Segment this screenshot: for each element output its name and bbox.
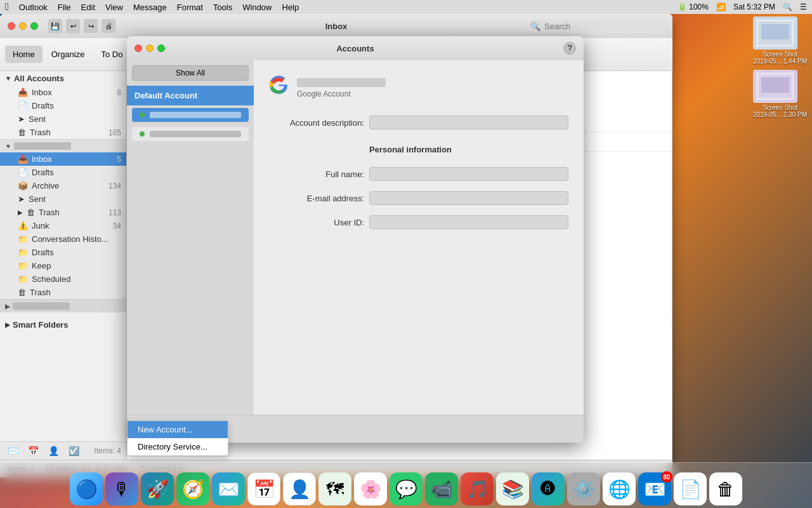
- clock: Sat 5:32 PM: [733, 3, 775, 11]
- sidebar-item-inbox-1[interactable]: 📥 Inbox 8: [0, 86, 126, 99]
- menu-message[interactable]: Message: [133, 3, 167, 12]
- dock-calendar[interactable]: 📅: [247, 472, 280, 505]
- menu-format[interactable]: Format: [177, 3, 203, 12]
- undo-button[interactable]: ↩: [66, 19, 80, 33]
- menu-file[interactable]: File: [58, 3, 71, 12]
- svg-rect-2: [761, 24, 789, 39]
- redo-button[interactable]: ↪: [84, 19, 98, 33]
- full-name-input[interactable]: [369, 167, 568, 181]
- trash-icon-3: 🗑: [18, 288, 26, 297]
- dock-appstore[interactable]: 🅐: [532, 472, 565, 505]
- dropdown-menu: New Account... Directory Service...: [127, 420, 228, 456]
- dock-files[interactable]: 📄: [674, 472, 707, 505]
- sidebar-item-scheduled[interactable]: 📁 Scheduled: [0, 272, 126, 286]
- screenshot-thumb-2[interactable]: Screen Shot2019-05... 2.30 PM: [753, 70, 807, 118]
- dock-messages[interactable]: 💬: [390, 472, 422, 505]
- account-desc-label: Account description:: [269, 118, 364, 128]
- sidebar-item-conv-history[interactable]: 📁 Conversation Histo...: [0, 232, 126, 246]
- google-logo: [269, 76, 289, 100]
- tab-organize[interactable]: Organize: [44, 46, 93, 63]
- dock-contacts[interactable]: 👤: [283, 472, 316, 505]
- close-button[interactable]: [8, 22, 15, 30]
- minimize-button[interactable]: [19, 22, 27, 30]
- menu-item-directory-service[interactable]: Directory Service...: [128, 438, 228, 455]
- help-button[interactable]: ?: [563, 42, 576, 55]
- sidebar-item-sent-1[interactable]: ➤ Sent: [0, 112, 126, 126]
- dock-music[interactable]: 🎵: [461, 472, 494, 505]
- tab-todo[interactable]: To Do: [93, 46, 130, 63]
- desktop: 💾 ↩ ↪ 🖨 Inbox 🔍 Home Organize To Do 📁 Cu…: [0, 14, 812, 508]
- sidebar-item-drafts-1[interactable]: 📄 Drafts: [0, 99, 126, 112]
- menu-window[interactable]: Window: [242, 3, 272, 12]
- sidebar-item-archive[interactable]: 📦 Archive 134: [0, 179, 126, 192]
- dialog-close-btn[interactable]: [134, 44, 142, 52]
- menu-outlook[interactable]: Outlook: [19, 3, 48, 12]
- all-accounts-header[interactable]: ▼ All Accounts: [0, 71, 126, 86]
- sidebar-item-trash-2[interactable]: ▶ 🗑 Trash 113: [0, 206, 126, 219]
- print-button[interactable]: 🖨: [102, 19, 115, 33]
- google-account-header: Google Account: [269, 76, 568, 100]
- account-entry-1-row[interactable]: [132, 108, 249, 122]
- sidebar-item-junk[interactable]: ⚠️ Junk 34: [0, 219, 126, 232]
- menu-tools[interactable]: Tools: [213, 3, 232, 12]
- sent-icon: ➤: [18, 114, 25, 124]
- sent-icon-2: ➤: [18, 194, 25, 204]
- save-button[interactable]: 💾: [48, 19, 62, 33]
- dock-systemprefs[interactable]: ⚙️: [567, 472, 600, 505]
- dock-mail[interactable]: ✉️: [212, 472, 245, 505]
- dock-chrome[interactable]: 🌐: [603, 472, 636, 505]
- maximize-button[interactable]: [30, 22, 38, 30]
- email-input[interactable]: [369, 191, 568, 205]
- sidebar-item-inbox-2[interactable]: 📥 Inbox 5: [0, 152, 126, 166]
- dock-maps[interactable]: 🗺: [318, 472, 351, 505]
- screenshot-thumb-1[interactable]: Screen Shot2019-05... 1.44 PM: [753, 17, 807, 65]
- people-icon-btn[interactable]: 👤: [46, 444, 61, 457]
- dock-facetime[interactable]: 📹: [425, 472, 458, 505]
- accounts-list-panel: Show All Default Account: [127, 60, 254, 415]
- mail-icon-btn[interactable]: ✉️: [5, 444, 20, 457]
- menu-item-new-account[interactable]: New Account...: [128, 421, 228, 438]
- account-name-blur-1: [150, 112, 241, 118]
- dock-photos[interactable]: 🌸: [354, 472, 387, 505]
- account-entry-2-row[interactable]: [132, 127, 249, 141]
- search-input[interactable]: [544, 22, 660, 31]
- sidebar-item-trash-3[interactable]: 🗑 Trash: [0, 286, 126, 299]
- dock-trash[interactable]: 🗑: [709, 472, 742, 505]
- dock-books[interactable]: 📚: [496, 472, 529, 505]
- account-entry-2: [132, 127, 249, 141]
- dock-launchpad[interactable]: 🚀: [141, 472, 174, 505]
- show-all-button[interactable]: Show All: [132, 65, 249, 81]
- full-name-row: Full name:: [269, 167, 568, 181]
- account-details-panel: Google Account Account description: Pers…: [254, 60, 584, 415]
- sidebar-item-drafts-3[interactable]: 📁 Drafts: [0, 246, 126, 259]
- dock-finder[interactable]: 🔵: [70, 472, 103, 505]
- sidebar-item-trash-1[interactable]: 🗑 Trash 165: [0, 126, 126, 139]
- sidebar-item-keep[interactable]: 📁 Keep: [0, 259, 126, 272]
- default-account-header[interactable]: Default Account: [127, 86, 254, 105]
- menu-edit[interactable]: Edit: [81, 3, 95, 12]
- sidebar-item-drafts-2[interactable]: 📄 Drafts: [0, 166, 126, 179]
- smart-folders-header[interactable]: ▶ Smart Folders: [0, 318, 126, 332]
- dock-safari[interactable]: 🧭: [176, 472, 209, 505]
- dialog-maximize-btn[interactable]: [157, 44, 165, 52]
- folder-icon-drafts3: 📁: [18, 248, 28, 257]
- user-id-input[interactable]: [369, 215, 568, 229]
- dialog-body: Show All Default Account: [127, 60, 584, 415]
- spotlight-icon[interactable]: 🔍: [783, 3, 792, 11]
- menu-help[interactable]: Help: [282, 3, 299, 12]
- dialog-minimize-btn[interactable]: [146, 44, 154, 52]
- sidebar-item-sent-2[interactable]: ➤ Sent: [0, 192, 126, 206]
- notification-center-icon[interactable]: ☰: [800, 3, 807, 11]
- dock-siri[interactable]: 🎙: [105, 472, 138, 505]
- account-3-header[interactable]: ▶: [0, 299, 126, 312]
- expand-arrow-trash: ▶: [18, 209, 23, 216]
- tab-home[interactable]: Home: [5, 46, 43, 63]
- menu-view[interactable]: View: [105, 3, 123, 12]
- tasks-icon-btn[interactable]: ☑️: [66, 444, 81, 457]
- archive-icon: 📦: [18, 181, 28, 190]
- dock-outlook[interactable]: 80 📧: [638, 472, 671, 505]
- account-2-header[interactable]: ▼: [0, 140, 126, 152]
- account-description-input[interactable]: [369, 116, 568, 130]
- calendar-icon-btn[interactable]: 📅: [25, 444, 41, 457]
- apple-menu[interactable]: : [5, 1, 9, 13]
